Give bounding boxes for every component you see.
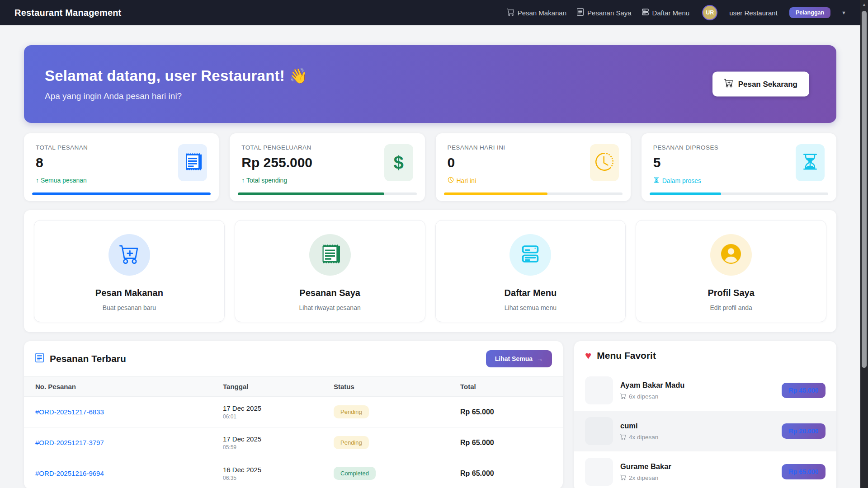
scroll-up-arrow[interactable]: ▲ bbox=[860, 2, 868, 7]
col-total: Total bbox=[460, 383, 563, 390]
table-row: #ORD-20251216-9694 16 Dec 2025 06:35 Com… bbox=[24, 458, 563, 488]
clock-icon bbox=[448, 177, 454, 184]
person-circle-icon bbox=[721, 244, 741, 266]
action-card-profil-saya[interactable]: Profil Saya Edit profil anda bbox=[636, 220, 826, 322]
cart-icon bbox=[620, 393, 626, 400]
button-label: Lihat Semua bbox=[495, 355, 533, 362]
order-id-link[interactable]: #ORD-20251217-6833 bbox=[35, 408, 223, 416]
clock-history-icon bbox=[595, 153, 613, 173]
list-item[interactable]: cumi 4x dipesan Rp 20.000 bbox=[574, 411, 836, 451]
order-time: 06:35 bbox=[223, 475, 334, 481]
order-id-link[interactable]: #ORD-20251216-9694 bbox=[35, 469, 223, 477]
hourglass-icon bbox=[653, 177, 660, 184]
order-id-link[interactable]: #ORD-20251217-3797 bbox=[35, 439, 223, 446]
role-badge: Pelanggan bbox=[789, 7, 830, 18]
stat-sub-label: Dalam proses bbox=[662, 177, 701, 184]
panel-title: Menu Favorit bbox=[597, 350, 656, 361]
scrollbar: ▲ bbox=[860, 0, 868, 488]
receipt-icon bbox=[35, 353, 44, 365]
caret-down-icon[interactable]: ▼ bbox=[841, 10, 846, 15]
pesan-sekarang-button[interactable]: Pesan Sekarang bbox=[712, 72, 809, 97]
order-date: 16 Dec 2025 bbox=[223, 466, 334, 474]
stat-card-total-pesanan: TOTAL PESANAN 8 ↑ Semua pesanan bbox=[24, 133, 219, 201]
menu-image-placeholder bbox=[585, 376, 613, 404]
stat-sub-label: Hari ini bbox=[457, 177, 476, 184]
status-badge: Completed bbox=[334, 467, 376, 480]
action-subtitle: Buat pesanan baru bbox=[34, 304, 224, 311]
menu-image-placeholder bbox=[585, 458, 613, 486]
progress-bar bbox=[32, 192, 211, 195]
order-date: 17 Dec 2025 bbox=[223, 404, 334, 412]
order-total: Rp 65.000 bbox=[460, 469, 563, 478]
action-title: Pesanan Saya bbox=[235, 288, 425, 298]
arrow-right-icon: → bbox=[537, 355, 543, 362]
wave-emoji: 👋 bbox=[289, 67, 307, 84]
lihat-semua-button[interactable]: Lihat Semua → bbox=[486, 350, 552, 367]
cart-icon bbox=[620, 434, 626, 441]
ordered-count: 2x dipesan bbox=[629, 474, 658, 481]
price-badge: Rp 45.000 bbox=[782, 383, 826, 398]
nav-label: Daftar Menu bbox=[652, 9, 690, 17]
top-navbar: Restaurant Management Pesan Makanan Pesa… bbox=[0, 0, 868, 25]
ordered-count: 4x dipesan bbox=[629, 434, 658, 441]
order-time: 05:59 bbox=[223, 444, 334, 450]
action-title: Profil Saya bbox=[636, 288, 826, 298]
action-title: Pesan Makanan bbox=[34, 288, 224, 298]
stat-card-pesanan-diproses: PESANAN DIPROSES 5 Dalam proses bbox=[642, 133, 836, 201]
menu-name: cumi bbox=[620, 422, 658, 430]
table-row: #ORD-20251217-3797 17 Dec 2025 05:59 Pen… bbox=[24, 427, 563, 458]
nav-label: Pesanan Saya bbox=[587, 9, 632, 17]
order-total: Rp 65.000 bbox=[460, 439, 563, 447]
progress-bar bbox=[238, 192, 384, 195]
menu-list-icon bbox=[520, 244, 540, 266]
page-body: Selamat datang, user Restaurant! 👋 Apa y… bbox=[0, 25, 868, 488]
receipt-icon bbox=[184, 153, 202, 173]
list-item[interactable]: Gurame Bakar 2x dipesan Rp 65.000 bbox=[574, 451, 836, 488]
cart-plus-icon bbox=[119, 244, 139, 266]
order-date: 17 Dec 2025 bbox=[223, 435, 334, 443]
order-total: Rp 65.000 bbox=[460, 408, 563, 416]
hourglass-icon bbox=[801, 153, 819, 173]
menu-list-icon bbox=[642, 8, 649, 17]
col-status: Status bbox=[334, 383, 460, 390]
quick-actions-panel: Pesan Makanan Buat pesanan baru Pesanan … bbox=[24, 210, 836, 332]
action-title: Daftar Menu bbox=[436, 288, 626, 298]
stat-card-pesanan-hari-ini: PESANAN HARI INI 0 Hari ini bbox=[436, 133, 631, 201]
recent-orders-panel: Pesanan Terbaru Lihat Semua → No. Pesana… bbox=[24, 341, 563, 488]
cta-label: Pesan Sekarang bbox=[738, 80, 797, 89]
menu-name: Gurame Bakar bbox=[620, 462, 671, 471]
table-header: No. Pesanan Tanggal Status Total bbox=[24, 376, 563, 397]
receipt-icon bbox=[320, 244, 340, 266]
ordered-count: 6x dipesan bbox=[629, 393, 658, 400]
action-card-pesanan-saya[interactable]: Pesanan Saya Lihat riwayat pesanan bbox=[235, 220, 425, 322]
progress-bar bbox=[444, 192, 547, 195]
action-card-daftar-menu[interactable]: Daftar Menu Lihat semua menu bbox=[435, 220, 626, 322]
receipt-icon bbox=[576, 8, 584, 17]
panel-title: Pesanan Terbaru bbox=[50, 353, 126, 364]
col-no-pesanan: No. Pesanan bbox=[35, 383, 223, 390]
price-badge: Rp 20.000 bbox=[782, 423, 826, 439]
scrollbar-thumb[interactable] bbox=[862, 11, 867, 368]
cart-plus-icon bbox=[724, 79, 733, 90]
action-card-pesan-makanan[interactable]: Pesan Makanan Buat pesanan baru bbox=[34, 220, 225, 322]
table-row: #ORD-20251217-6833 17 Dec 2025 06:01 Pen… bbox=[24, 397, 563, 427]
menu-favorit-panel: ♥ Menu Favorit Ayam Bakar Madu 6x dipesa… bbox=[574, 341, 836, 488]
menu-name: Ayam Bakar Madu bbox=[620, 381, 684, 389]
list-item[interactable]: Ayam Bakar Madu 6x dipesan Rp 45.000 bbox=[574, 370, 836, 411]
col-tanggal: Tanggal bbox=[223, 383, 334, 390]
status-badge: Pending bbox=[334, 405, 369, 418]
avatar[interactable]: UR bbox=[702, 5, 717, 20]
stat-card-total-pengeluaran: TOTAL PENGELUARAN Rp 255.000 ↑ Total spe… bbox=[230, 133, 425, 201]
heart-icon: ♥ bbox=[585, 350, 591, 361]
dollar-icon: $ bbox=[393, 153, 403, 173]
action-subtitle: Lihat semua menu bbox=[436, 304, 626, 311]
nav-daftar-menu[interactable]: Daftar Menu bbox=[642, 8, 690, 17]
app-title: Restaurant Management bbox=[14, 8, 121, 18]
status-badge: Pending bbox=[334, 436, 369, 449]
action-subtitle: Edit profil anda bbox=[636, 304, 826, 311]
cart-icon bbox=[507, 8, 514, 17]
order-time: 06:01 bbox=[223, 413, 334, 420]
nav-pesan-makanan[interactable]: Pesan Makanan bbox=[507, 8, 566, 17]
nav-label: Pesan Makanan bbox=[518, 9, 566, 17]
nav-pesanan-saya[interactable]: Pesanan Saya bbox=[576, 8, 632, 17]
